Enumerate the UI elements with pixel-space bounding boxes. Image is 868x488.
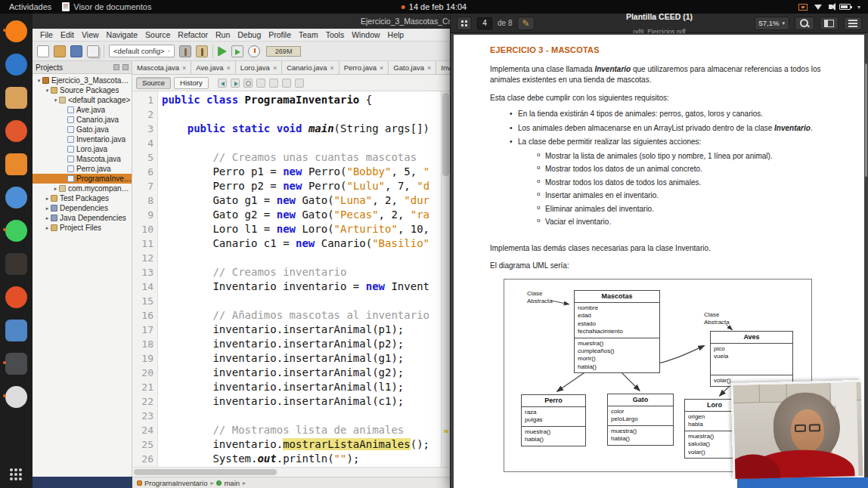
code-line[interactable]: inventario.insertarAnimal(l1); — [162, 380, 450, 394]
code-line[interactable]: inventario.insertarAnimal(p2); — [162, 337, 450, 351]
clean-build-icon[interactable] — [196, 45, 208, 57]
tree-item-mascota-java[interactable]: Mascota.java — [33, 154, 132, 164]
find-selection-icon[interactable] — [243, 79, 253, 88]
highlight-icon[interactable] — [256, 79, 265, 88]
code-line[interactable]: Gato g1 = new Gato("Luna", 2, "dur — [162, 193, 450, 208]
tree-item-ejercicio_3_mascotas_cris[interactable]: ▾Ejercicio_3_Mascotas_Cris — [33, 76, 132, 85]
dock-item-software[interactable] — [3, 285, 30, 309]
breadcrumb-main[interactable]: main — [216, 479, 240, 487]
code-editor[interactable]: 1234567891011121314151617181920212223242… — [132, 91, 450, 467]
close-tab-icon[interactable]: × — [380, 64, 383, 72]
copy-icon[interactable] — [87, 45, 99, 57]
vscroll-thumb[interactable] — [442, 93, 449, 176]
tree-item-perro-java[interactable]: Perro.java — [33, 164, 132, 174]
expander-icon[interactable]: ▾ — [52, 97, 59, 103]
new-file-icon[interactable] — [37, 45, 49, 57]
zoom-dropdown[interactable]: 57,1% ▾ — [755, 17, 789, 30]
menu-edit[interactable]: Edit — [57, 30, 78, 39]
code-line[interactable]: Gato g2 = new Gato("Pecas", 2, "ra — [162, 208, 450, 222]
tree-item-gato-java[interactable]: Gato.java — [33, 125, 132, 134]
build-project-icon[interactable] — [179, 45, 191, 57]
focused-app-menu[interactable]: Visor de documentos — [62, 2, 151, 11]
menu-run[interactable]: Run — [212, 30, 234, 39]
debug-project-icon[interactable] — [231, 45, 243, 57]
save-all-icon[interactable] — [70, 45, 82, 57]
netbeans-titlebar[interactable]: Ejercicio_3_Mascotas_Cristina — [33, 14, 450, 29]
memory-indicator[interactable]: 269M — [266, 46, 301, 57]
forward-icon[interactable] — [231, 79, 240, 88]
code-line[interactable]: System.out.println(""); — [162, 452, 450, 466]
code-line[interactable] — [162, 251, 450, 265]
editor-tab-inventario-java[interactable]: Inventario.java× — [436, 61, 450, 74]
menu-source[interactable]: Source — [141, 30, 174, 39]
tree-item-project-files[interactable]: ▸Project Files — [33, 223, 132, 233]
menu-help[interactable]: Help — [384, 30, 408, 39]
tree-item--default-package-[interactable]: ▾<default package> — [33, 95, 132, 105]
source-view-button[interactable]: Source — [136, 77, 171, 89]
menu-tools[interactable]: Tools — [322, 30, 349, 39]
editor-tab-perro-java[interactable]: Perro.java× — [339, 61, 389, 74]
tree-item-test-packages[interactable]: ▸Test Packages — [33, 193, 132, 203]
menu-file[interactable]: File — [36, 30, 57, 39]
breadcrumb-programainventario[interactable]: ProgramaInventario — [137, 479, 207, 487]
expander-icon[interactable]: ▸ — [52, 186, 59, 192]
thumbnails-toggle-button[interactable] — [457, 17, 472, 30]
tree-item-loro-java[interactable]: Loro.java — [33, 144, 132, 154]
code-line[interactable]: inventario.insertarAnimal(p1); — [162, 323, 450, 337]
tree-item-com-mycompany-ejercic[interactable]: ▸com.mycompany.ejercic — [33, 184, 132, 193]
panel-minimize-icon[interactable] — [122, 64, 129, 70]
code-line[interactable] — [162, 294, 450, 308]
run-project-icon[interactable] — [218, 46, 227, 57]
config-dropdown[interactable]: <default config> ▾ — [109, 45, 175, 57]
dock-item-thunderbird[interactable] — [3, 52, 30, 76]
show-applications-button[interactable] — [10, 468, 23, 482]
editor-vscrollbar[interactable] — [441, 91, 450, 467]
clock-button[interactable]: 14 de feb 14:04 — [401, 2, 467, 11]
tree-item-programainventario-java[interactable]: ProgramaInventario.java — [33, 174, 132, 184]
toggle-bookmark-icon[interactable] — [295, 79, 304, 88]
tree-item-inventario-java[interactable]: Inventario.java — [33, 134, 132, 144]
code-line[interactable]: Perro p2 = new Perro("Lulu", 7, "d — [162, 179, 450, 193]
close-tab-icon[interactable]: × — [330, 64, 333, 72]
menu-button[interactable] — [844, 17, 862, 30]
tree-item-dependencies[interactable]: ▸Dependencies — [33, 203, 132, 213]
tree-item-ave-java[interactable]: Ave.java — [33, 105, 132, 115]
code-line[interactable]: Perro p1 = new Perro("Bobby", 5, " — [162, 165, 450, 179]
code-line[interactable] — [162, 107, 450, 122]
code-line[interactable]: Inventario inventario = new Invent — [162, 280, 450, 294]
dock-item-files[interactable] — [3, 85, 30, 110]
menu-team[interactable]: Team — [295, 30, 322, 39]
close-tab-icon[interactable]: × — [427, 64, 431, 72]
code-line[interactable]: Loro l1 = new Loro("Arturito", 10, — [162, 222, 450, 236]
previous-bookmark-icon[interactable] — [269, 79, 278, 88]
close-tab-icon[interactable]: × — [182, 64, 186, 72]
code-line[interactable]: public class ProgramaInventario { — [162, 93, 450, 107]
expander-icon[interactable]: ▾ — [36, 78, 42, 84]
dock-item-camera[interactable] — [3, 252, 30, 276]
panel-options-icon[interactable] — [113, 64, 119, 70]
code-line[interactable]: inventario.insertarAnimal(c1); — [162, 394, 450, 409]
expander-icon[interactable]: ▸ — [44, 225, 51, 231]
search-button[interactable] — [795, 17, 814, 30]
dock-item-firefox[interactable] — [3, 19, 30, 43]
dock-item-whatsapp[interactable] — [3, 218, 30, 242]
expander-icon[interactable]: ▸ — [44, 215, 51, 221]
back-icon[interactable] — [218, 79, 227, 88]
code-line[interactable]: Canario c1 = new Canario("Basilio" — [162, 236, 450, 251]
code-lines[interactable]: public class ProgramaInventario { public… — [158, 91, 450, 467]
code-line[interactable]: inventario.mostrarListaAnimales(); — [162, 437, 450, 452]
page-number-input[interactable] — [477, 17, 492, 29]
tree-item-source-packages[interactable]: ▾Source Packages — [33, 85, 132, 95]
activities-button[interactable]: Actividades — [6, 2, 54, 11]
expander-icon[interactable]: ▸ — [44, 205, 51, 212]
code-line[interactable]: // Creamos unas cuantas mascotas — [162, 150, 450, 165]
open-project-icon[interactable] — [54, 45, 66, 57]
dock-item-libreoffice[interactable] — [3, 152, 30, 176]
code-line[interactable]: // Añadimos mascotas al inventario — [162, 308, 450, 323]
dock-item-terminal[interactable] — [3, 351, 30, 375]
expander-icon[interactable]: ▸ — [44, 196, 51, 202]
sidebar-toggle-button[interactable] — [820, 17, 839, 30]
editor-tab-mascota-java[interactable]: Mascota.java× — [132, 61, 191, 74]
tree-item-java-dependencies[interactable]: ▸Java Dependencies — [33, 213, 132, 223]
dock-item-obs[interactable] — [3, 385, 30, 409]
